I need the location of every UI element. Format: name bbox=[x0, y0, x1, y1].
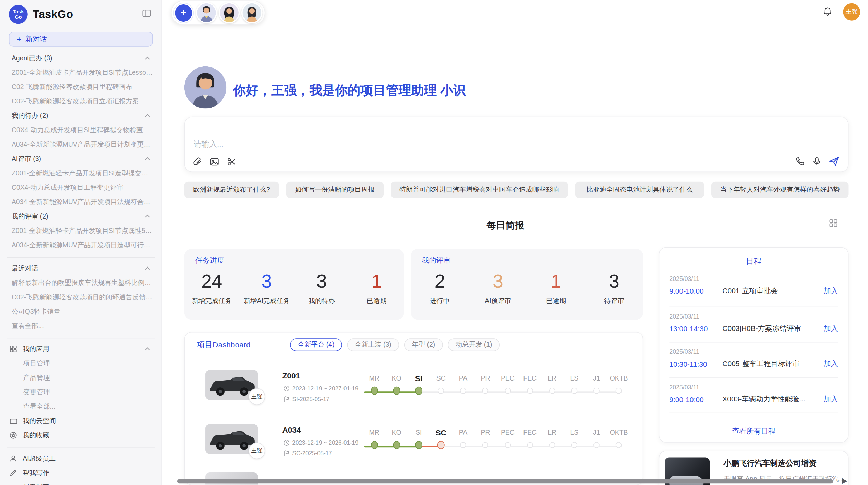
chevron-up-icon[interactable] bbox=[144, 214, 150, 219]
app-window: Task Go TaskGo + 新对话 Agent已办 (3) Z001-全新… bbox=[0, 0, 868, 485]
cloud-folder-icon bbox=[9, 417, 18, 424]
milestone-dot bbox=[505, 442, 511, 448]
suggestion-chip[interactable]: 欧洲新规最近颁布了什么? bbox=[184, 182, 279, 198]
tab-year-model[interactable]: 年型 (2) bbox=[404, 338, 443, 351]
chat-input-card[interactable]: 请输入... bbox=[184, 117, 849, 172]
chevron-up-icon[interactable] bbox=[144, 157, 150, 161]
milestone: MR bbox=[364, 373, 384, 395]
list-item[interactable]: Z001-全新燃油轻卡产品开发项目SI节点属性5D文件评审 bbox=[9, 223, 153, 238]
main-content: + bbox=[162, 0, 868, 485]
tab-powertrain[interactable]: 动总开发 (1) bbox=[448, 338, 500, 351]
stat: 1 已逾期 bbox=[349, 269, 404, 306]
schedule-item[interactable]: 2025/03/11 9:00-10:00 C001-立项审批会 加入 bbox=[669, 275, 838, 296]
suggestion-chip[interactable]: 当下年轻人对汽车外观有怎样的喜好趋势 bbox=[711, 182, 848, 198]
agent-avatar-3[interactable] bbox=[241, 2, 262, 23]
user-avatar[interactable]: 王强 bbox=[843, 3, 860, 21]
schedule-name: X003-车辆动力学性能验... bbox=[722, 394, 824, 404]
recent-chat-item[interactable]: C02-飞腾新能源轻客改款项目的闭环通告反馈情况 bbox=[9, 290, 153, 304]
list-item[interactable]: C0X4-动力总成开发项目SI里程碑提交物检查 bbox=[9, 123, 153, 137]
tab-all-new-platform[interactable]: 全新平台 (4) bbox=[290, 338, 342, 351]
notification-bell-icon[interactable] bbox=[823, 7, 833, 16]
sidebar-item-creative-draw[interactable]: 创意制图 bbox=[9, 480, 153, 485]
layout-grid-icon[interactable] bbox=[829, 219, 838, 228]
milestone-dot bbox=[438, 388, 444, 394]
agent-avatar-2[interactable] bbox=[219, 2, 240, 23]
list-item[interactable]: A034-全新新能源MUV产品开发项目造型可行性评审 bbox=[9, 238, 153, 252]
sidebar-collapse-icon[interactable] bbox=[142, 8, 152, 18]
divider bbox=[7, 257, 155, 258]
divider bbox=[669, 413, 838, 413]
section-recent-chats[interactable]: 最近对话 bbox=[9, 261, 153, 275]
horizontal-scrollbar[interactable] bbox=[177, 479, 833, 483]
send-icon[interactable] bbox=[829, 156, 839, 166]
chevron-up-icon[interactable] bbox=[144, 56, 150, 60]
divider bbox=[669, 307, 838, 307]
project-code[interactable]: Z001 bbox=[282, 371, 300, 380]
section-agent-done[interactable]: Agent已办 (3) bbox=[9, 51, 153, 65]
sidebar-item-favorites[interactable]: 我的收藏 bbox=[9, 428, 153, 443]
list-item[interactable]: C02-飞腾新能源轻客改款项目里程碑画布 bbox=[9, 80, 153, 94]
stat-label: 新增AI完成任务 bbox=[239, 297, 294, 306]
list-item[interactable]: Z001-全新燃油轻卡产品开发项目SI造型提交物评审 bbox=[9, 166, 153, 180]
add-agent-button[interactable]: + bbox=[175, 4, 192, 21]
sidebar-item-ai-employee[interactable]: AI超级员工 bbox=[9, 451, 153, 466]
join-link[interactable]: 加入 bbox=[824, 359, 838, 369]
schedule-item[interactable]: 2025/03/11 10:30-11:30 C005-整车工程目标评审 加入 bbox=[669, 348, 838, 369]
milestone-dot-overdue bbox=[437, 441, 445, 449]
stat-label: 已逾期 bbox=[527, 297, 585, 306]
project-owner-badge: 王强 bbox=[249, 443, 265, 459]
scroll-right-arrow[interactable]: ▶ bbox=[842, 476, 847, 484]
stat-label: 待评审 bbox=[585, 297, 643, 306]
list-item[interactable]: Z001-全新燃油皮卡产品开发项目SI节点Lesson Learn报告 bbox=[9, 65, 153, 80]
milestone: SI bbox=[409, 427, 429, 449]
stat: 3 新增AI完成任务 bbox=[239, 269, 294, 306]
section-label: AI评审 (3) bbox=[9, 154, 145, 163]
image-icon[interactable] bbox=[210, 157, 219, 166]
app-item-product-mgmt[interactable]: 产品管理 bbox=[9, 371, 153, 385]
milestone-dot bbox=[482, 442, 489, 448]
microphone-icon[interactable] bbox=[812, 157, 821, 166]
project-code[interactable]: A034 bbox=[282, 425, 301, 434]
list-item[interactable]: C0X4-动力总成开发项目工程变更评审 bbox=[9, 180, 153, 195]
chevron-up-icon[interactable] bbox=[144, 347, 150, 351]
section-label: Agent已办 (3) bbox=[9, 53, 145, 63]
suggestion-chip[interactable]: 如何写一份清晰的项目周报 bbox=[286, 182, 383, 198]
view-all-schedules-link[interactable]: 查看所有日程 bbox=[659, 426, 848, 436]
stat: 1 已逾期 bbox=[527, 269, 585, 306]
suggestion-chip[interactable]: 特朗普可能对进口汽车增税会对中国车企造成哪些影响 bbox=[391, 182, 568, 198]
milestone: KO bbox=[386, 427, 406, 449]
list-item[interactable]: C02-飞腾新能源轻客改款项目立项汇报方案 bbox=[9, 94, 153, 109]
schedule-item[interactable]: 2025/03/11 13:00-14:30 C003|H0B-方案冻结评审 加… bbox=[669, 313, 838, 334]
section-my-apps[interactable]: 我的应用 bbox=[9, 342, 153, 356]
join-link[interactable]: 加入 bbox=[824, 324, 838, 334]
schedule-item[interactable]: 2025/03/11 9:00-10:00 X003-车辆动力学性能验... 加… bbox=[669, 384, 838, 405]
recent-chats-view-all[interactable]: 查看全部... bbox=[9, 319, 153, 333]
section-ai-review[interactable]: AI评审 (3) bbox=[9, 151, 153, 166]
section-my-review[interactable]: 我的评审 (2) bbox=[9, 209, 153, 223]
agent-avatar-1[interactable] bbox=[196, 2, 217, 23]
section-my-todo[interactable]: 我的待办 (2) bbox=[9, 109, 153, 123]
paperclip-icon[interactable] bbox=[193, 157, 202, 166]
sidebar-item-help-write[interactable]: 帮我写作 bbox=[9, 466, 153, 480]
suggestion-chip[interactable]: 比亚迪全固态电池计划具体说了什么 bbox=[575, 182, 704, 198]
phone-icon[interactable] bbox=[795, 157, 805, 166]
join-link[interactable]: 加入 bbox=[824, 394, 838, 404]
recent-chat-item[interactable]: 公司Q3轻卡销量 bbox=[9, 304, 153, 319]
divider bbox=[669, 342, 838, 343]
scissors-icon[interactable] bbox=[227, 157, 236, 166]
app-item-project-mgmt[interactable]: 项目管理 bbox=[9, 356, 153, 371]
sidebar-item-cloud-space[interactable]: 我的云空间 bbox=[9, 414, 153, 428]
list-item[interactable]: A034-全新新能源MUV产品开发项目法规符合性评审 bbox=[9, 195, 153, 209]
new-chat-button[interactable]: + 新对话 bbox=[9, 32, 153, 47]
tab-new-body[interactable]: 全新上装 (3) bbox=[347, 338, 399, 351]
chevron-up-icon[interactable] bbox=[144, 266, 150, 271]
join-link[interactable]: 加入 bbox=[824, 286, 838, 296]
milestone-dot bbox=[482, 388, 489, 394]
divider bbox=[669, 377, 838, 378]
recent-chat-item[interactable]: 解释最新出台的欧盟报废车法规再生塑料比例被调至15%... bbox=[9, 275, 153, 290]
chevron-up-icon[interactable] bbox=[144, 113, 150, 118]
apps-view-all[interactable]: 查看全部... bbox=[9, 399, 153, 414]
list-item[interactable]: A034-全新新能源MUV产品开发项目计划变更表编写 bbox=[9, 137, 153, 151]
app-item-change-mgmt[interactable]: 变更管理 bbox=[9, 385, 153, 399]
chat-input-placeholder[interactable]: 请输入... bbox=[194, 139, 224, 149]
